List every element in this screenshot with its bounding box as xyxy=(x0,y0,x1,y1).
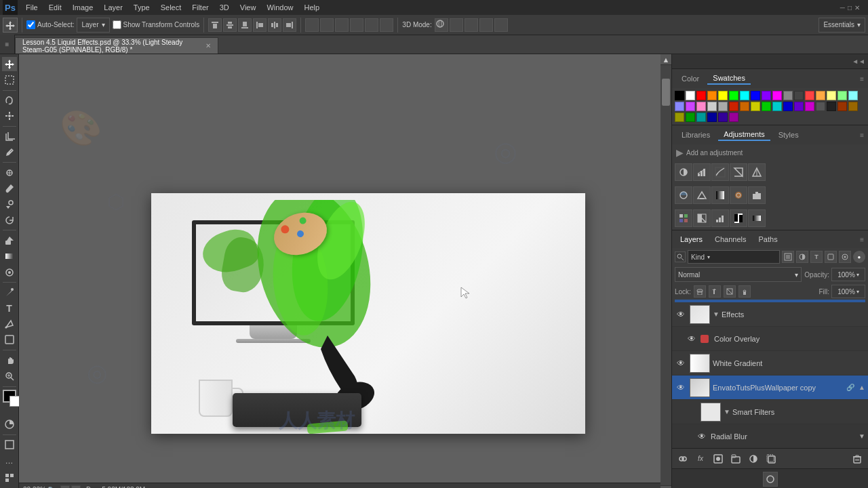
essentials-dropdown[interactable]: Essentials ▾ xyxy=(818,18,865,33)
menu-3d[interactable]: 3D xyxy=(214,2,235,13)
layer-row-envato-copy[interactable]: 👁 EnvatoTutsPlusWallpaper copy 🔗 ▲ xyxy=(672,375,868,400)
align-bottom-btn[interactable] xyxy=(238,18,252,32)
zoom-tool-icon[interactable] xyxy=(2,369,17,383)
swatch-11[interactable] xyxy=(794,91,804,100)
scrollbar-down-btn[interactable]: ▼ xyxy=(660,485,671,488)
swatch-1[interactable] xyxy=(686,91,695,100)
lasso-tool-icon[interactable] xyxy=(2,93,17,107)
layer-dropdown[interactable]: Layer ▾ xyxy=(77,18,109,33)
swatch-19[interactable] xyxy=(696,102,706,111)
delete-layer-btn[interactable] xyxy=(850,452,864,466)
menu-edit[interactable]: Edit xyxy=(43,2,67,13)
tab-swatches[interactable]: Swatches xyxy=(707,73,751,85)
lock-all-btn[interactable] xyxy=(738,285,751,298)
shape-tool-icon[interactable] xyxy=(2,333,17,347)
menu-filter[interactable]: Filter xyxy=(186,2,214,13)
layer-vis-white-gradient[interactable]: 👁 xyxy=(675,357,687,369)
new-layer-btn[interactable] xyxy=(764,452,778,466)
lock-pixels-btn[interactable] xyxy=(694,285,706,298)
dist-btn-4[interactable] xyxy=(350,18,363,32)
swatch-35[interactable] xyxy=(686,113,695,122)
swatch-34[interactable] xyxy=(675,113,684,122)
swatch-2[interactable] xyxy=(696,91,706,100)
menu-layer[interactable]: Layer xyxy=(98,2,128,13)
swatch-18[interactable] xyxy=(686,102,695,111)
healing-brush-icon[interactable] xyxy=(2,165,17,180)
swatch-7[interactable] xyxy=(751,91,760,100)
pen-tool-icon[interactable] xyxy=(2,285,17,300)
tools-extra-1[interactable] xyxy=(2,470,17,485)
opacity-value[interactable]: 100% ▾ xyxy=(831,268,865,281)
clone-stamp-icon[interactable] xyxy=(2,197,17,211)
filter-type-icon[interactable]: T xyxy=(810,251,823,263)
channelmixer-adj[interactable] xyxy=(748,186,766,204)
show-transform-checkbox[interactable] xyxy=(113,20,121,29)
dist-btn-5[interactable] xyxy=(365,18,378,32)
new-group-btn[interactable] xyxy=(729,452,743,466)
lock-artboard-btn[interactable] xyxy=(724,285,736,298)
eyedropper-icon[interactable] xyxy=(2,145,17,159)
3d-btn-4[interactable] xyxy=(479,18,493,32)
type-tool-icon[interactable]: T xyxy=(2,301,17,315)
blend-mode-dropdown[interactable]: Normal ▾ xyxy=(675,267,802,282)
swatch-22[interactable] xyxy=(729,102,738,111)
layer-row-white-gradient[interactable]: 👁 White Gradient xyxy=(672,351,868,375)
align-right-btn[interactable] xyxy=(283,18,296,32)
eraser-icon[interactable] xyxy=(2,233,17,247)
maximize-btn[interactable]: □ xyxy=(848,4,852,12)
swatch-36[interactable] xyxy=(696,113,706,122)
swatch-28[interactable] xyxy=(794,102,804,111)
quick-mask-icon[interactable] xyxy=(2,417,17,431)
swatch-16[interactable] xyxy=(848,91,858,100)
menu-select[interactable]: Select xyxy=(155,2,187,13)
dist-btn-2[interactable] xyxy=(320,18,334,32)
filter-adj-icon[interactable] xyxy=(796,251,808,263)
layer-row-effects-group[interactable]: 👁 ▼ Effects xyxy=(672,302,868,327)
nav-back-btn[interactable]: ◄ xyxy=(60,485,70,489)
bw-adj[interactable] xyxy=(711,186,729,204)
swatch-23[interactable] xyxy=(740,102,749,111)
dist-btn-6[interactable] xyxy=(380,18,393,32)
swatch-12[interactable] xyxy=(805,91,814,100)
3d-btn-5[interactable] xyxy=(494,18,508,32)
3d-btn-2[interactable] xyxy=(450,18,463,32)
align-top-btn[interactable] xyxy=(208,18,222,32)
tab-adjustments[interactable]: Adjustments xyxy=(718,129,770,141)
filter-pixel-icon[interactable] xyxy=(782,251,794,263)
hand-tool-icon[interactable] xyxy=(2,353,17,367)
swatch-0[interactable] xyxy=(675,91,684,100)
swatch-6[interactable] xyxy=(740,91,749,100)
swatch-21[interactable] xyxy=(718,102,728,111)
swatch-37[interactable] xyxy=(707,113,717,122)
menu-type[interactable]: Type xyxy=(128,2,155,13)
layers-panel-menu[interactable]: ≡ xyxy=(860,236,864,243)
menu-image[interactable]: Image xyxy=(67,2,99,13)
colorlookup-adj[interactable] xyxy=(675,209,692,227)
photofilter-adj[interactable] xyxy=(730,186,747,204)
link-layers-btn[interactable] xyxy=(676,452,690,466)
panel-menu-icon[interactable]: ≡ xyxy=(860,75,864,83)
tab-layers[interactable]: Layers xyxy=(676,234,707,245)
layer-vis-color-overlay[interactable]: 👁 xyxy=(686,333,698,345)
kind-dropdown[interactable]: Kind ▾ xyxy=(688,250,780,264)
foreground-color[interactable] xyxy=(3,390,16,403)
swatch-20[interactable] xyxy=(707,102,717,111)
swatch-33[interactable] xyxy=(848,102,858,111)
filter-smart-icon[interactable] xyxy=(839,251,851,263)
layer-vis-envato-copy[interactable]: 👁 xyxy=(675,382,687,394)
tab-styles[interactable]: Styles xyxy=(773,129,804,140)
swatch-5[interactable] xyxy=(729,91,738,100)
posterize-adj[interactable] xyxy=(711,209,729,227)
lock-position-btn[interactable] xyxy=(709,285,721,298)
swatch-29[interactable] xyxy=(805,102,814,111)
blur-tool-icon[interactable] xyxy=(2,265,17,279)
threshold-adj[interactable] xyxy=(730,209,747,227)
vibrance-adj[interactable] xyxy=(748,163,766,181)
minimize-btn[interactable]: ─ xyxy=(840,4,845,12)
fill-value-btn[interactable]: 100% ▾ xyxy=(831,285,865,298)
swatch-25[interactable] xyxy=(762,102,771,111)
move-tool-icon[interactable] xyxy=(2,57,17,71)
tab-channels[interactable]: Channels xyxy=(711,234,750,245)
swatch-32[interactable] xyxy=(837,102,847,111)
layer-vis-effects[interactable]: 👁 xyxy=(675,308,687,321)
